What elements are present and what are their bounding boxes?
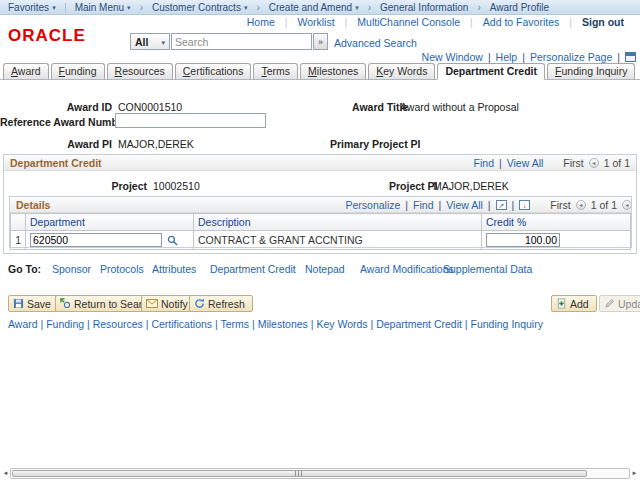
notify-button[interactable]: Notify (141, 295, 196, 312)
zoom-grid-icon[interactable] (496, 200, 507, 210)
table-row: 1 CONTRACT & GRANT ACCNTING (11, 231, 631, 250)
footer-link-funding[interactable]: Funding (46, 318, 84, 330)
project-pi-label: Project PI (389, 180, 437, 192)
advanced-search-link[interactable]: Advanced Search (334, 37, 417, 49)
previous-row-icon[interactable] (576, 200, 586, 210)
tab-funding[interactable]: Funding (51, 63, 105, 80)
breadcrumb-general-information[interactable]: General Information (380, 2, 468, 13)
breadcrumb-chevron-icon (477, 2, 480, 13)
tab-department-credit[interactable]: Department Credit (437, 63, 545, 80)
return-search-icon (60, 298, 71, 309)
view-all-link[interactable]: View All (507, 157, 544, 169)
go-to-supplemental-data-link[interactable]: Supplemental Data (443, 263, 532, 275)
personalize-page-link[interactable]: Personalize Page (530, 51, 612, 63)
footer-link-certifications[interactable]: Certifications (151, 318, 212, 330)
tab-milestones[interactable]: Milestones (300, 63, 366, 80)
tab-certifications[interactable]: Certifications (175, 63, 252, 80)
primary-project-pi-label: Primary Project PI (330, 138, 420, 150)
reference-award-number-field[interactable] (115, 113, 266, 128)
new-window-link[interactable]: New Window (422, 51, 483, 63)
award-profile-page: Favorites Main Menu Customer Contracts C… (0, 0, 640, 480)
search-scope-value: All (135, 36, 148, 48)
department-column-header[interactable]: Department (26, 214, 194, 231)
find-link[interactable]: Find (474, 157, 494, 169)
award-title-value: Award without a Proposal (400, 101, 519, 113)
view-all-link[interactable]: View All (446, 199, 483, 211)
horizontal-scrollbar[interactable] (1, 468, 639, 479)
footer-link-milestones[interactable]: Milestones (258, 318, 308, 330)
credit-column-header[interactable]: Credit % (482, 214, 631, 231)
search-input[interactable] (171, 33, 312, 50)
multichannel-console-link[interactable]: MultiChannel Console (347, 16, 470, 28)
award-id-value: CON0001510 (118, 101, 182, 113)
add-to-favorites-link[interactable]: Add to Favorites (473, 16, 569, 28)
refresh-icon (194, 298, 205, 309)
help-link[interactable]: Help (496, 51, 518, 63)
scrollbar-track[interactable] (10, 468, 630, 479)
go-to-attributes-link[interactable]: Attributes (152, 263, 196, 275)
go-to-label: Go To: (8, 263, 41, 275)
scroll-left-arrow[interactable] (1, 468, 10, 479)
tab-terms[interactable]: Terms (253, 63, 298, 80)
award-pi-label: Award PI (0, 138, 112, 150)
footer-link-department-credit[interactable]: Department Credit (376, 318, 462, 330)
footer-link-resources[interactable]: Resources (93, 318, 143, 330)
footer-link-terms[interactable]: Terms (221, 318, 250, 330)
find-link[interactable]: Find (413, 199, 433, 211)
credit-percent-field[interactable] (486, 233, 560, 247)
details-grid: Department Description Credit % 1 CONTRA… (10, 213, 631, 250)
home-link[interactable]: Home (237, 16, 285, 28)
go-to-department-credit-link[interactable]: Department Credit (210, 263, 296, 275)
footer-link-award[interactable]: Award (8, 318, 38, 330)
scroll-right-arrow[interactable] (630, 468, 639, 479)
worklist-link[interactable]: Worklist (287, 16, 344, 28)
pencil-icon (604, 298, 615, 309)
tab-funding-inquiry[interactable]: Funding Inquiry (547, 63, 635, 80)
save-button[interactable]: Save (8, 295, 59, 312)
details-header: Details Personalize Find View All First … (10, 197, 631, 213)
add-button[interactable]: Add (551, 295, 597, 312)
tab-award[interactable]: Award (3, 63, 49, 80)
next-row-icon[interactable] (622, 200, 631, 210)
add-plus-icon (556, 298, 567, 309)
personalize-link[interactable]: Personalize (345, 199, 400, 211)
refresh-button[interactable]: Refresh (189, 295, 253, 312)
first-label: First (563, 157, 583, 169)
details-groupbox: Details Personalize Find View All First … (9, 196, 632, 248)
go-to-notepad-link[interactable]: Notepad (305, 263, 345, 275)
description-column-header[interactable]: Description (194, 214, 482, 231)
scrollbar-thumb[interactable] (12, 470, 587, 477)
row-number-header (11, 214, 26, 231)
search-go-button[interactable]: » (313, 33, 328, 50)
download-grid-icon[interactable] (519, 200, 530, 210)
go-to-protocols-link[interactable]: Protocols (100, 263, 144, 275)
previous-row-icon[interactable] (589, 158, 599, 168)
department-field[interactable] (30, 233, 162, 247)
breadcrumb-favorites[interactable]: Favorites (8, 2, 56, 13)
breadcrumb-customer-contracts[interactable]: Customer Contracts (152, 2, 247, 13)
tab-resources[interactable]: Resources (107, 63, 173, 80)
update-display-button[interactable]: Update (599, 295, 640, 312)
go-to-award-modifications-link[interactable]: Award Modifications (360, 263, 454, 275)
footer-link-funding-inquiry[interactable]: Funding Inquiry (471, 318, 543, 330)
search-scope-select[interactable]: All (130, 33, 170, 50)
footer-link-key-words[interactable]: Key Words (316, 318, 367, 330)
link-separator (512, 199, 515, 211)
project-pi-value: MAJOR,DEREK (433, 180, 509, 192)
breadcrumb-main-menu[interactable]: Main Menu (75, 2, 131, 13)
tab-key-words[interactable]: Key Words (368, 63, 435, 80)
lookup-magnifier-icon[interactable] (167, 235, 178, 246)
oracle-logo: ORACLE (8, 26, 86, 46)
go-to-sponsor-link[interactable]: Sponsor (52, 263, 91, 275)
breadcrumb-award-profile[interactable]: Award Profile (490, 2, 549, 13)
chevron-down-icon (158, 36, 165, 48)
row-range: 1 of 1 (591, 199, 617, 211)
sign-out-link[interactable]: Sign out (572, 16, 634, 28)
breadcrumb-chevron-icon (256, 2, 259, 13)
breadcrumb-create-and-amend[interactable]: Create and Amend (269, 2, 359, 13)
personalize-layout-icon[interactable] (625, 52, 636, 62)
first-label: First (550, 199, 570, 211)
link-separator (499, 157, 502, 169)
footer-links: Award Funding Resources Certifications T… (8, 318, 640, 330)
thumb-grip (295, 471, 303, 476)
